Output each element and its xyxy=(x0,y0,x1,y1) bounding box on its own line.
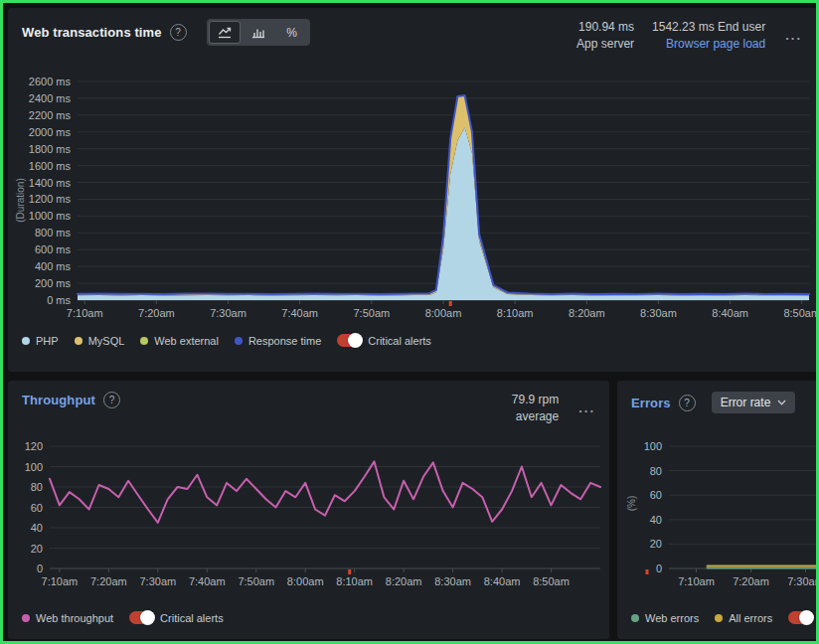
php-label: PHP xyxy=(36,335,59,347)
web-throughput-color-dot xyxy=(22,614,30,622)
svg-text:7:10am: 7:10am xyxy=(678,575,715,587)
all-errors-label: All errors xyxy=(729,612,772,624)
svg-text:1800 ms: 1800 ms xyxy=(29,143,72,155)
chart-view-switcher: % xyxy=(207,19,310,46)
web-transactions-panel: Web transactions time ? % xyxy=(8,8,816,372)
legend-item-mysql[interactable]: MySQL xyxy=(75,335,125,347)
critical-alerts-label: Critical alerts xyxy=(368,335,431,347)
transactions-title: Web transactions time xyxy=(22,25,162,40)
throughput-title[interactable]: Throughput xyxy=(22,393,95,407)
critical-alerts-toggle[interactable] xyxy=(129,611,154,624)
area-chart-view-button[interactable] xyxy=(209,21,241,44)
errors-help-icon[interactable]: ? xyxy=(679,395,696,411)
web-errors-label: Web errors xyxy=(645,612,699,624)
svg-text:2000 ms: 2000 ms xyxy=(29,126,72,138)
app-server-stat: 190.94 ms App server xyxy=(576,19,634,53)
svg-text:60: 60 xyxy=(650,489,662,501)
errors-legend: Web errors All errors Critical alerts xyxy=(631,611,819,624)
app-server-value: 190.94 ms xyxy=(576,19,634,36)
bar-chart-icon xyxy=(250,26,266,39)
svg-text:40: 40 xyxy=(31,522,43,534)
legend-item-all-errors[interactable]: All errors xyxy=(715,612,772,624)
svg-text:20: 20 xyxy=(650,538,662,550)
error-rate-dropdown[interactable]: Error rate xyxy=(712,392,796,413)
errors-chart[interactable]: 0204060801007:10am7:20am7:30am xyxy=(617,434,819,597)
svg-text:8:10am: 8:10am xyxy=(336,575,373,587)
throughput-help-icon[interactable]: ? xyxy=(103,392,120,408)
svg-text:1000 ms: 1000 ms xyxy=(29,210,72,222)
critical-alerts-toggle[interactable] xyxy=(788,611,813,624)
svg-text:1400 ms: 1400 ms xyxy=(29,177,72,189)
bar-chart-view-button[interactable] xyxy=(243,21,274,44)
end-user-stat: 1542.23 ms End user Browser page load xyxy=(652,19,765,53)
svg-text:600 ms: 600 ms xyxy=(35,243,72,255)
svg-text:8:50am: 8:50am xyxy=(533,575,570,587)
error-rate-dropdown-label: Error rate xyxy=(721,396,771,409)
svg-text:1600 ms: 1600 ms xyxy=(29,160,72,172)
throughput-legend: Web throughput Critical alerts xyxy=(22,611,224,624)
legend-item-response-time[interactable]: Response time xyxy=(235,335,321,347)
svg-text:800 ms: 800 ms xyxy=(35,227,72,239)
browser-page-load-link[interactable]: Browser page load xyxy=(652,36,765,53)
throughput-average-stat: 79.9 rpm average xyxy=(512,392,559,425)
critical-alerts-control: Critical alerts xyxy=(129,611,224,624)
svg-text:0: 0 xyxy=(656,563,662,574)
svg-text:120: 120 xyxy=(25,440,43,452)
svg-text:40: 40 xyxy=(650,514,662,526)
critical-alerts-toggle[interactable] xyxy=(337,334,362,347)
svg-text:8:50am: 8:50am xyxy=(783,307,816,319)
transactions-help-icon[interactable]: ? xyxy=(170,24,187,41)
svg-text:7:50am: 7:50am xyxy=(353,307,390,319)
svg-text:8:20am: 8:20am xyxy=(569,307,605,319)
chevron-down-icon xyxy=(777,400,786,405)
svg-text:60: 60 xyxy=(31,502,43,514)
mysql-color-dot xyxy=(75,337,82,345)
web-external-color-dot xyxy=(140,337,148,345)
svg-text:8:30am: 8:30am xyxy=(640,307,677,319)
svg-text:0 ms: 0 ms xyxy=(47,294,71,306)
svg-text:20: 20 xyxy=(31,543,43,555)
errors-panel: Errors ? Error rate (%) 0204060801007:10… xyxy=(617,381,819,639)
critical-alerts-control: Critical alerts xyxy=(788,611,819,624)
legend-item-web-external[interactable]: Web external xyxy=(140,335,219,347)
end-user-value: 1542.23 ms End user xyxy=(652,19,765,36)
errors-title[interactable]: Errors xyxy=(631,396,671,410)
critical-alerts-control: Critical alerts xyxy=(337,334,431,347)
svg-text:7:20am: 7:20am xyxy=(90,575,127,587)
svg-text:2200 ms: 2200 ms xyxy=(29,109,72,121)
svg-text:8:40am: 8:40am xyxy=(484,575,521,587)
svg-text:100: 100 xyxy=(25,461,43,473)
svg-text:7:50am: 7:50am xyxy=(238,575,274,587)
transactions-chart[interactable]: 0 ms200 ms400 ms600 ms800 ms1000 ms1200 … xyxy=(8,66,816,330)
web-external-label: Web external xyxy=(154,335,219,347)
throughput-more-button[interactable]: ... xyxy=(578,401,595,415)
legend-item-web-throughput[interactable]: Web throughput xyxy=(22,612,113,624)
transactions-more-button[interactable]: ... xyxy=(785,28,802,43)
svg-text:2600 ms: 2600 ms xyxy=(29,76,72,87)
svg-text:7:40am: 7:40am xyxy=(189,575,226,587)
throughput-chart[interactable]: 0204060801001207:10am7:20am7:30am7:40am7… xyxy=(8,434,609,597)
legend-item-php[interactable]: PHP xyxy=(22,335,59,347)
web-throughput-label: Web throughput xyxy=(36,612,113,624)
svg-text:7:10am: 7:10am xyxy=(42,575,79,587)
svg-text:100: 100 xyxy=(644,440,662,452)
toggle-knob xyxy=(140,610,155,625)
transactions-legend: PHP MySQL Web external Response time Cri… xyxy=(22,334,431,347)
toggle-knob xyxy=(799,610,814,625)
critical-alerts-label: Critical alerts xyxy=(160,612,224,624)
response-time-label: Response time xyxy=(248,335,321,347)
app-server-label: App server xyxy=(576,36,634,53)
svg-text:8:00am: 8:00am xyxy=(287,575,324,587)
svg-text:7:40am: 7:40am xyxy=(281,307,318,319)
legend-item-web-errors[interactable]: Web errors xyxy=(631,612,699,624)
percent-view-button[interactable]: % xyxy=(276,21,308,44)
php-color-dot xyxy=(22,337,30,345)
svg-text:7:30am: 7:30am xyxy=(139,575,176,587)
transactions-stats: 190.94 ms App server 1542.23 ms End user… xyxy=(576,19,802,53)
svg-text:2400 ms: 2400 ms xyxy=(29,92,72,104)
svg-text:200 ms: 200 ms xyxy=(35,277,72,289)
errors-header: Errors ? Error rate xyxy=(617,381,819,413)
all-errors-color-dot xyxy=(715,614,723,622)
svg-text:7:30am: 7:30am xyxy=(210,307,246,319)
web-errors-color-dot xyxy=(631,614,639,622)
